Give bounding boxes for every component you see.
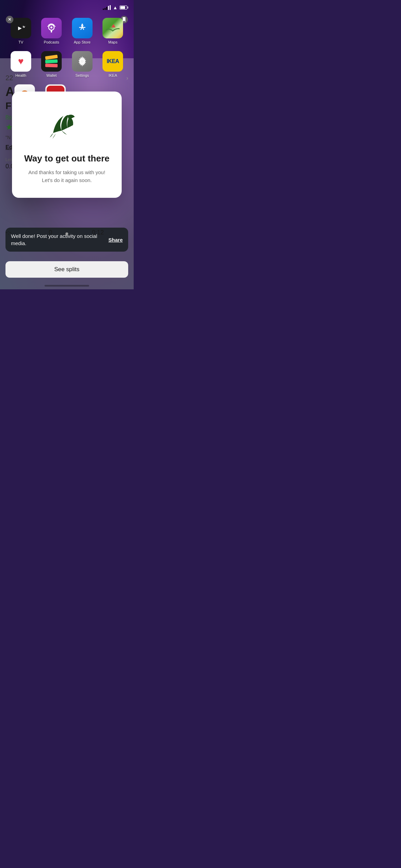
modal-subtitle: And thanks for taking us with you! Let's… [22,169,112,184]
modal-title: Way to get out there [22,153,112,164]
modal-subtitle-line2: Let's do it again soon. [42,177,92,183]
modal-subtitle-line1: And thanks for taking us with you! [28,169,105,175]
strava-logo-icon [46,104,87,145]
modal-logo [22,104,112,145]
phone-background: ▲ ✕ ►tv TV [0,0,134,289]
modal-overlay: Way to get out there And thanks for taki… [0,0,134,289]
modal-card: Way to get out there And thanks for taki… [12,92,122,198]
